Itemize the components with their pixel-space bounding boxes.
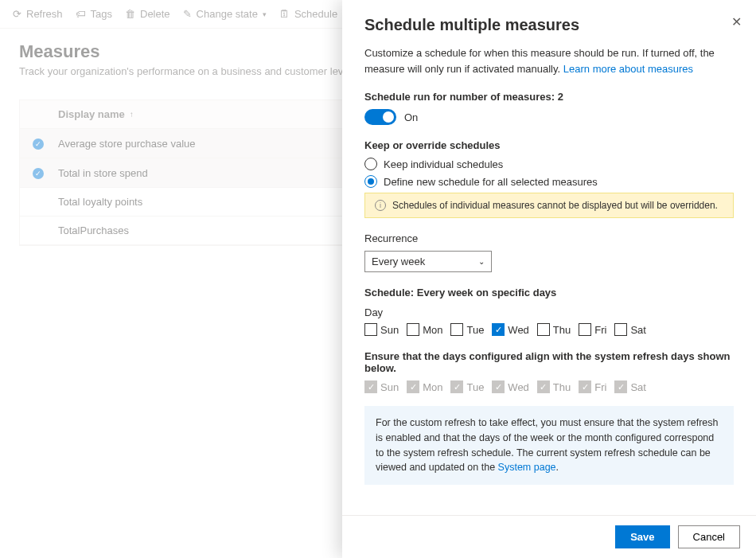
recurrence-value: Every week bbox=[372, 256, 425, 267]
cancel-button[interactable]: Cancel bbox=[678, 525, 740, 548]
day-checkbox-tue[interactable] bbox=[450, 323, 463, 336]
day-label: Tue bbox=[466, 324, 484, 336]
day-label: Sat bbox=[630, 381, 646, 393]
schedule-panel: ✕ Schedule multiple measures Customize a… bbox=[342, 0, 756, 558]
refresh-day-sun: ✓ bbox=[364, 380, 377, 393]
day-label: Thu bbox=[553, 381, 571, 393]
schedule-detail-label: Schedule: Every week on specific days bbox=[364, 287, 734, 299]
day-label: Mon bbox=[423, 381, 442, 393]
panel-description: Customize a schedule for when this measu… bbox=[364, 45, 734, 76]
toggle-state-label: On bbox=[404, 111, 418, 123]
schedule-toggle[interactable] bbox=[364, 109, 396, 125]
refresh-day-thu: ✓ bbox=[537, 380, 550, 393]
override-warning: iSchedules of individual measures cannot… bbox=[364, 193, 734, 218]
refresh-day-tue: ✓ bbox=[450, 380, 463, 393]
ensure-label: Ensure that the days configured align wi… bbox=[364, 350, 734, 374]
day-label: Wed bbox=[508, 381, 529, 393]
radio-define-label: Define new schedule for all selected mea… bbox=[384, 176, 598, 188]
radio-define-new[interactable] bbox=[364, 175, 377, 188]
day-label: Tue bbox=[466, 381, 484, 393]
day-label: Thu bbox=[553, 324, 571, 336]
learn-more-link[interactable]: Learn more about measures bbox=[563, 63, 693, 75]
recurrence-select[interactable]: Every week⌄ bbox=[364, 251, 492, 272]
info-icon: i bbox=[375, 200, 386, 211]
radio-keep-individual[interactable] bbox=[364, 158, 377, 170]
day-label: Mon bbox=[423, 324, 442, 336]
warning-text: Schedules of individual measures cannot … bbox=[392, 200, 718, 211]
refresh-day-mon: ✓ bbox=[407, 380, 419, 393]
day-checkbox-sun[interactable] bbox=[364, 323, 377, 336]
day-label: Sat bbox=[630, 324, 646, 336]
day-checkbox-fri[interactable] bbox=[579, 323, 591, 336]
save-button[interactable]: Save bbox=[615, 525, 669, 548]
system-page-link[interactable]: System page bbox=[498, 462, 556, 473]
schedule-count-label: Schedule run for number of measures: 2 bbox=[364, 91, 734, 103]
chevron-down-icon: ⌄ bbox=[478, 257, 485, 266]
refresh-day-wed: ✓ bbox=[492, 380, 505, 393]
day-label: Day bbox=[364, 306, 734, 318]
recurrence-label: Recurrence bbox=[364, 232, 734, 244]
panel-title: Schedule multiple measures bbox=[364, 16, 734, 34]
radio-keep-label: Keep individual schedules bbox=[384, 158, 503, 170]
panel-footer: Save Cancel bbox=[342, 515, 756, 558]
day-label: Sun bbox=[380, 381, 399, 393]
refresh-day-fri: ✓ bbox=[579, 380, 591, 393]
day-label: Fri bbox=[594, 324, 606, 336]
day-label: Wed bbox=[508, 324, 529, 336]
day-checkbox-mon[interactable] bbox=[407, 323, 419, 336]
day-label: Sun bbox=[380, 324, 399, 336]
day-checkbox-thu[interactable] bbox=[537, 323, 550, 336]
refresh-day-sat: ✓ bbox=[614, 380, 627, 393]
keep-override-label: Keep or override schedules bbox=[364, 139, 734, 151]
day-label: Fri bbox=[594, 381, 606, 393]
day-checkbox-sat[interactable] bbox=[614, 323, 627, 336]
day-checkbox-wed[interactable]: ✓ bbox=[492, 323, 505, 336]
system-refresh-info: For the custom refresh to take effect, y… bbox=[364, 406, 734, 485]
close-icon[interactable]: ✕ bbox=[731, 14, 742, 29]
